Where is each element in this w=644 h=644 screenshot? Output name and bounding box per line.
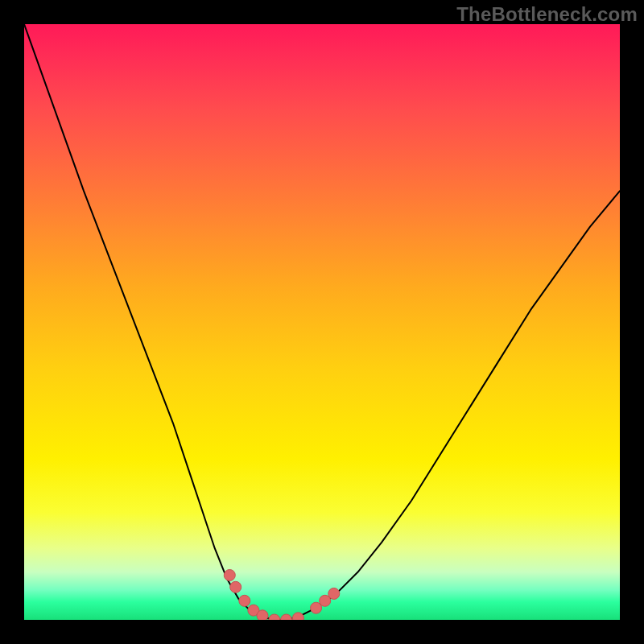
marker-dot xyxy=(292,613,303,620)
marker-dot xyxy=(230,581,242,592)
curve-layer xyxy=(24,24,620,620)
marker-dot xyxy=(257,610,268,620)
bottleneck-curve-path xyxy=(24,24,620,620)
marker-dot xyxy=(281,614,292,620)
chart-frame: TheBottleneck.com xyxy=(0,0,644,644)
marker-dot xyxy=(269,614,280,620)
marker-dot xyxy=(224,570,235,581)
plot-area xyxy=(24,24,620,620)
watermark-text: TheBottleneck.com xyxy=(456,3,638,26)
marker-dot xyxy=(328,588,340,599)
marker-dot xyxy=(239,595,250,606)
